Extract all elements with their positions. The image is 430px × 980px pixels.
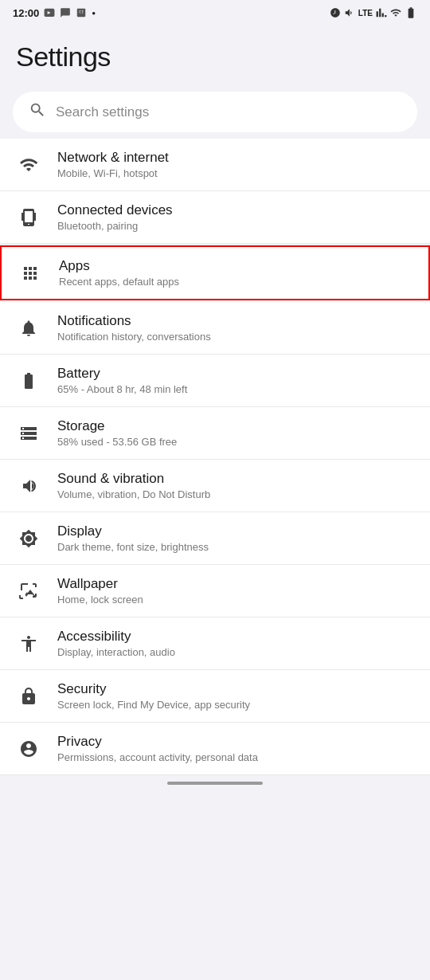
apps-subtitle: Recent apps, default apps [59, 276, 179, 288]
bell-icon [16, 316, 41, 341]
display-text: Display Dark theme, font size, brightnes… [57, 523, 209, 553]
alarm-icon [330, 7, 341, 18]
display-icon [16, 526, 41, 551]
network-text: Network & internet Mobile, Wi-Fi, hotspo… [57, 150, 169, 179]
settings-item-notifications[interactable]: Notifications Notification history, conv… [0, 302, 430, 355]
battery-text: Battery 65% - About 8 hr, 48 min left [57, 366, 187, 395]
privacy-text: Privacy Permissions, account activity, p… [57, 734, 258, 763]
apps-icon [18, 261, 43, 286]
accessibility-text: Accessibility Display, interaction, audi… [57, 629, 175, 658]
security-text: Security Screen lock, Find My Device, ap… [57, 681, 250, 711]
security-subtitle: Screen lock, Find My Device, app securit… [57, 699, 250, 711]
page-title: Settings [16, 41, 414, 73]
wallpaper-text: Wallpaper Home, lock screen [57, 576, 143, 606]
search-bar[interactable]: Search settings [13, 92, 417, 132]
settings-item-battery[interactable]: Battery 65% - About 8 hr, 48 min left [0, 355, 430, 407]
volume-icon [344, 7, 355, 18]
notifications-text: Notifications Notification history, conv… [57, 313, 211, 343]
storage-title: Storage [57, 418, 177, 434]
sound-icon [16, 473, 41, 499]
wallpaper-icon [16, 578, 41, 604]
connected-text: Connected devices Bluetooth, pairing [57, 202, 173, 232]
sound-title: Sound & vibration [57, 471, 210, 487]
privacy-subtitle: Permissions, account activity, personal … [57, 751, 258, 763]
header: Settings [0, 22, 430, 82]
accessibility-icon [16, 631, 41, 657]
cc-icon [76, 7, 87, 18]
notifications-title: Notifications [57, 313, 211, 329]
connected-title: Connected devices [57, 202, 173, 218]
battery-subtitle: 65% - About 8 hr, 48 min left [57, 383, 187, 395]
status-bar: 12:00 ● LTE [0, 0, 430, 22]
settings-item-connected[interactable]: Connected devices Bluetooth, pairing [0, 191, 430, 244]
accessibility-title: Accessibility [57, 629, 175, 645]
wallpaper-subtitle: Home, lock screen [57, 594, 143, 606]
search-placeholder: Search settings [56, 104, 149, 120]
network-subtitle: Mobile, Wi-Fi, hotspot [57, 167, 169, 179]
wifi-icon [16, 152, 41, 178]
lte-label: LTE [358, 9, 373, 18]
battery-settings-icon [16, 368, 41, 394]
sound-text: Sound & vibration Volume, vibration, Do … [57, 471, 210, 500]
storage-icon [16, 421, 41, 446]
status-right: LTE [330, 6, 417, 19]
battery-icon [405, 6, 417, 19]
settings-item-sound[interactable]: Sound & vibration Volume, vibration, Do … [0, 460, 430, 512]
security-icon [16, 684, 41, 709]
settings-item-security[interactable]: Security Screen lock, Find My Device, ap… [0, 670, 430, 723]
battery-title: Battery [57, 366, 187, 382]
privacy-title: Privacy [57, 734, 258, 750]
security-title: Security [57, 681, 250, 697]
accessibility-subtitle: Display, interaction, audio [57, 646, 175, 658]
apps-text: Apps Recent apps, default apps [59, 258, 179, 288]
settings-item-storage[interactable]: Storage 58% used - 53.56 GB free [0, 407, 430, 460]
settings-list: Network & internet Mobile, Wi-Fi, hotspo… [0, 139, 430, 775]
devices-icon [16, 205, 41, 230]
settings-item-apps[interactable]: Apps Recent apps, default apps [0, 245, 430, 300]
settings-item-wallpaper[interactable]: Wallpaper Home, lock screen [0, 565, 430, 617]
notifications-subtitle: Notification history, conversations [57, 331, 211, 343]
display-subtitle: Dark theme, font size, brightness [57, 541, 209, 553]
wallpaper-title: Wallpaper [57, 576, 143, 592]
display-title: Display [57, 523, 209, 539]
settings-item-accessibility[interactable]: Accessibility Display, interaction, audi… [0, 617, 430, 670]
search-icon [29, 101, 46, 123]
privacy-icon [16, 736, 41, 762]
scroll-bar [167, 782, 263, 785]
settings-item-display[interactable]: Display Dark theme, font size, brightnes… [0, 512, 430, 565]
settings-item-privacy[interactable]: Privacy Permissions, account activity, p… [0, 723, 430, 775]
storage-text: Storage 58% used - 53.56 GB free [57, 418, 177, 448]
wifi-signal-icon [390, 7, 401, 18]
status-time: 12:00 [13, 7, 39, 19]
youtube-icon [44, 7, 55, 18]
storage-subtitle: 58% used - 53.56 GB free [57, 436, 177, 448]
sound-subtitle: Volume, vibration, Do Not Disturb [57, 488, 210, 500]
dot-icon: ● [92, 10, 96, 17]
connected-subtitle: Bluetooth, pairing [57, 220, 173, 232]
signal-bars-icon [376, 7, 387, 18]
network-title: Network & internet [57, 150, 169, 166]
settings-item-network[interactable]: Network & internet Mobile, Wi-Fi, hotspo… [0, 139, 430, 191]
scroll-indicator [0, 775, 430, 788]
apps-title: Apps [59, 258, 179, 274]
messages-icon [60, 7, 71, 18]
status-left: 12:00 ● [13, 7, 96, 19]
